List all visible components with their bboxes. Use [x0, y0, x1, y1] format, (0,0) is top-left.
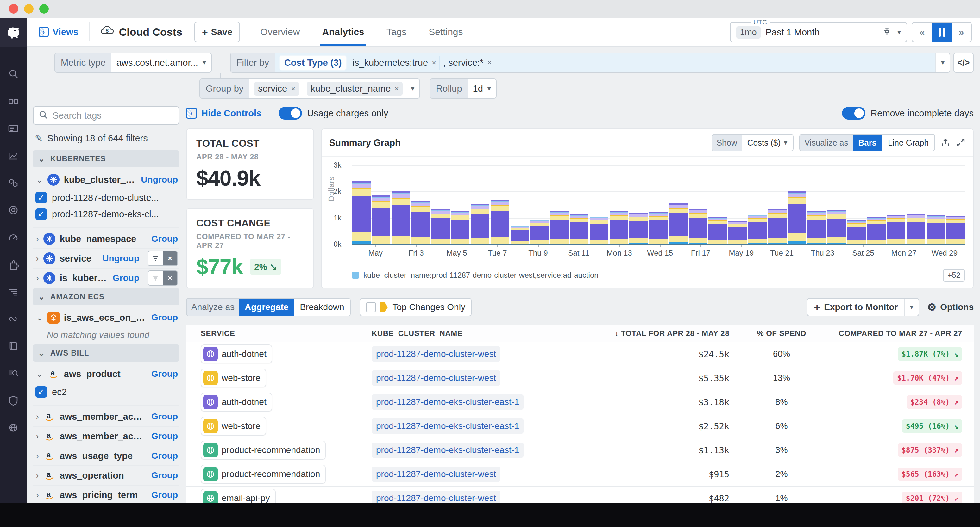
stacked-bar[interactable] — [827, 210, 846, 244]
tag-ungroup-link[interactable]: Ungroup — [141, 175, 178, 185]
tag-section-header[interactable]: ⌄AWS BILL — [33, 344, 179, 362]
logs-icon[interactable] — [7, 285, 20, 298]
ci-pipelines-icon[interactable] — [7, 313, 20, 325]
datadog-logo[interactable] — [0, 18, 27, 48]
tag-search[interactable] — [33, 106, 179, 125]
analyze-aggregate[interactable]: Aggregate — [239, 298, 294, 316]
usage-toggle-switch[interactable] — [278, 107, 302, 119]
service-pill[interactable]: auth-dotnet — [201, 392, 272, 411]
legend-label[interactable]: kube_cluster_name:prod-11287-demo-cluste… — [363, 271, 598, 279]
column-header[interactable]: % OF SPEND — [729, 329, 834, 338]
tag-filter-item[interactable]: ›aaws_usage_typeGroup — [33, 446, 179, 466]
tag-filter-item[interactable]: ⌄is_aws_ecs_on_ec2Group — [33, 308, 179, 327]
cluster-link[interactable]: prod-11287-demo-cluster-west — [372, 467, 500, 482]
stacked-bar[interactable] — [649, 212, 668, 244]
stacked-bar[interactable] — [729, 221, 747, 244]
views-button[interactable]: › Views — [39, 27, 78, 37]
tag-value-row[interactable]: ✓ec2 — [33, 384, 179, 400]
stacked-bar[interactable] — [391, 191, 410, 244]
remove-incomplete-toggle[interactable]: Remove incomplete days — [842, 107, 974, 119]
tag-group-link[interactable]: Group — [151, 411, 178, 422]
chevron-right-icon[interactable]: › — [36, 274, 39, 282]
stacked-bar[interactable] — [689, 209, 708, 244]
tag-filter-item[interactable]: ›serviceUngroup× — [33, 249, 179, 268]
tag-group-link[interactable]: Group — [113, 273, 139, 283]
group-pill[interactable]: kube_cluster_name× — [307, 82, 402, 95]
stacked-bar[interactable] — [788, 191, 807, 244]
tab-tags[interactable]: Tags — [387, 18, 406, 46]
pencil-icon[interactable]: ✎ — [35, 133, 43, 144]
table-row[interactable]: email-api-pyprod-11287-demo-cluster-west… — [186, 487, 974, 503]
time-pause-button[interactable] — [932, 23, 951, 42]
chevron-right-icon[interactable]: › — [36, 471, 39, 479]
dashboards-icon[interactable] — [7, 122, 20, 135]
tag-filter-item[interactable]: ⌄kube_cluster_na...Ungroup — [33, 170, 179, 189]
checked-checkbox-icon[interactable]: ✓ — [35, 208, 47, 220]
service-pill[interactable]: product-recommendation — [201, 465, 326, 484]
minimize-window-button[interactable] — [24, 4, 33, 14]
show-select[interactable]: Show Costs ($)▾ — [711, 134, 794, 151]
apm-icon[interactable] — [7, 204, 20, 216]
stacked-bar[interactable] — [946, 216, 965, 244]
cost-type-pill[interactable]: Cost Type (3) — [280, 56, 346, 70]
chevron-right-icon[interactable]: › — [36, 413, 39, 421]
group-by-select[interactable]: Group by service×kube_cluster_name× ▾ — [199, 78, 420, 99]
filter-pill[interactable]: , service:*× — [440, 56, 495, 70]
watchdog-icon[interactable] — [7, 95, 20, 108]
rollup-select[interactable]: Rollup 1d▾ — [430, 78, 496, 99]
stacked-bar[interactable] — [768, 209, 787, 244]
stacked-bar[interactable] — [570, 214, 589, 244]
tag-filter-item[interactable]: ›is_kubernetesGroup× — [33, 268, 179, 288]
time-backward-button[interactable]: « — [912, 23, 932, 42]
infrastructure-icon[interactable] — [7, 176, 20, 189]
stacked-bar[interactable] — [629, 213, 648, 244]
cluster-link[interactable]: prod-11287-demo-cluster-west — [372, 490, 500, 503]
service-pill[interactable]: email-api-py — [201, 489, 276, 503]
tag-filter-item[interactable]: ⌄aaws_productGroup — [33, 364, 179, 384]
stacked-bar[interactable] — [708, 217, 727, 244]
network-icon[interactable] — [7, 421, 20, 434]
remove-tag-filter-button[interactable]: × — [163, 271, 177, 285]
tag-search-input[interactable] — [52, 110, 173, 121]
service-pill[interactable]: web-store — [201, 417, 266, 436]
tag-group-link[interactable]: Group — [151, 369, 178, 379]
table-row[interactable]: product-recommendationprod-11287-demo-ek… — [186, 438, 974, 462]
filter-caret[interactable]: ▾ — [935, 53, 950, 72]
tag-group-link[interactable]: Group — [151, 431, 178, 441]
table-row[interactable]: web-storeprod-11287-demo-eks-cluster-eas… — [186, 414, 974, 438]
chevron-right-icon[interactable]: › — [36, 432, 39, 440]
export-graph-icon[interactable] — [941, 138, 950, 148]
checkbox-icon[interactable] — [366, 302, 376, 312]
tag-filter-item[interactable]: ›aaws_pricing_termGroup — [33, 486, 179, 503]
chevron-down-icon[interactable]: ⌄ — [36, 176, 43, 184]
remove-toggle-switch[interactable] — [842, 107, 865, 119]
tag-value-row[interactable]: ✓prod-11287-demo-eks-cl... — [33, 206, 179, 222]
stacked-bar[interactable] — [926, 215, 945, 244]
chevron-right-icon[interactable]: › — [36, 235, 39, 243]
stacked-bar[interactable] — [511, 226, 529, 244]
stacked-bar[interactable] — [808, 211, 826, 244]
tag-group-link[interactable]: Group — [151, 313, 178, 323]
integrations-icon[interactable] — [7, 258, 20, 271]
export-to-monitor-button[interactable]: +Export to Monitor ▾ — [807, 298, 919, 316]
stacked-bar[interactable] — [907, 214, 925, 244]
tag-group-link[interactable]: Group — [151, 490, 178, 500]
legend-more-button[interactable]: +52 — [943, 269, 965, 281]
tab-settings[interactable]: Settings — [429, 18, 463, 46]
checked-checkbox-icon[interactable]: ✓ — [35, 386, 47, 398]
filter-pill[interactable]: is_kubernetes:true× — [349, 56, 440, 70]
visualize-line-graph[interactable]: Line Graph — [882, 135, 934, 151]
tag-section-header[interactable]: ⌄KUBERNETES — [33, 150, 179, 167]
chevron-right-icon[interactable]: › — [36, 491, 39, 499]
remove-tag-filter-button[interactable]: × — [163, 251, 177, 265]
filter-icon[interactable] — [148, 251, 163, 265]
code-view-button[interactable]: </> — [953, 52, 974, 73]
stacked-bar[interactable] — [431, 209, 450, 244]
stacked-bar[interactable] — [352, 181, 371, 244]
remove-group-icon[interactable]: × — [291, 84, 295, 93]
fullscreen-icon[interactable] — [956, 138, 966, 148]
table-row[interactable]: auth-dotnetprod-11287-demo-eks-cluster-e… — [186, 390, 974, 414]
service-pill[interactable]: web-store — [201, 368, 266, 387]
service-pill[interactable]: auth-dotnet — [201, 344, 272, 364]
stacked-bar[interactable] — [887, 215, 905, 244]
